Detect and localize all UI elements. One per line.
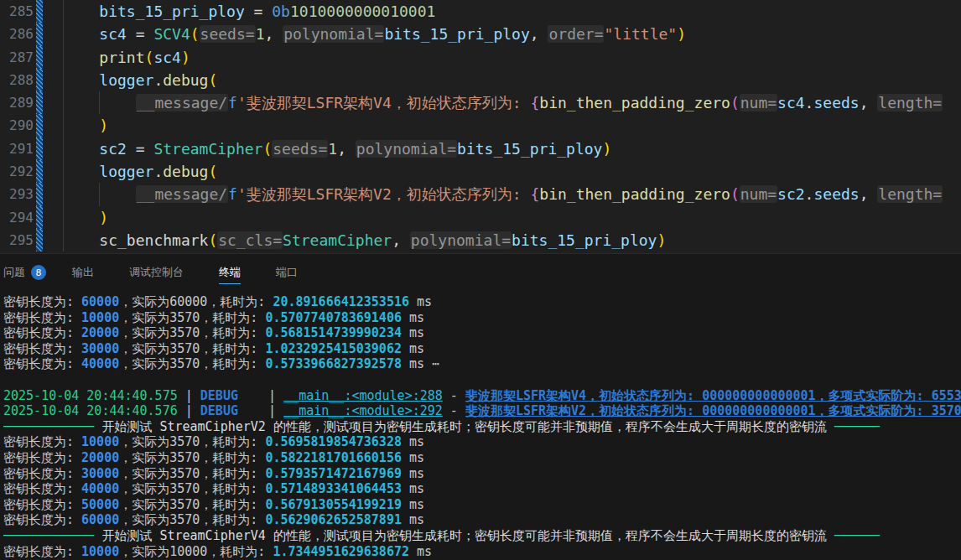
code-token: .	[805, 94, 814, 111]
inlay-hint: num=	[740, 94, 777, 111]
code-token: =	[127, 140, 154, 158]
code-line[interactable]: 293 __message/f'斐波那契LSFR架构V2，初始状态序列为: {b…	[0, 183, 961, 205]
code-token: sc4	[777, 94, 805, 111]
code-token: (	[208, 231, 217, 249]
terminal-line: 2025-10-04 20:44:40.576 | DEBUG | __main…	[3, 403, 961, 419]
line-number[interactable]: 285	[0, 0, 35, 23]
terminal-line: ──────────── 开始测试 StreamCipherV2 的性能，测试项…	[3, 419, 961, 435]
terminal-text: 1.0232925415039062	[265, 341, 402, 356]
code-line[interactable]: 287 print(sc4)	[0, 46, 961, 69]
terminal-text: 1.7344951629638672	[273, 544, 409, 559]
terminal-text: 20000	[81, 450, 119, 465]
line-number[interactable]: 286	[0, 23, 35, 45]
code-line[interactable]: 286 sc4 = SCV4(seeds=1, polynomial=bits_…	[0, 23, 961, 45]
code-token	[63, 231, 99, 249]
panel-tab-label: 问题	[3, 265, 25, 280]
code-line-text: sc2 = StreamCipher(seeds=1, polynomial=b…	[43, 137, 961, 160]
terminal-line: 密钥长度为: 20000，实际为3570，耗时为: 0.568151473999…	[3, 325, 961, 341]
line-number[interactable]: 295	[0, 229, 35, 251]
terminal-text: 密钥长度为:	[3, 294, 81, 309]
code-line[interactable]: 289 __message/f'斐波那契LSFR架构V4，初始状态序列为: {b…	[0, 91, 961, 114]
inlay-hint: seeds=	[272, 140, 328, 158]
code-token: .	[805, 185, 814, 203]
terminal-text: ，实际为3570，耗时为:	[119, 325, 265, 340]
panel-tab-label: 输出	[72, 265, 94, 280]
terminal-text: 0.5733966827392578	[265, 356, 402, 371]
inlay-hint: __message/	[136, 185, 228, 203]
terminal-text: ，实际为3570，耗时为:	[119, 341, 265, 356]
code-line[interactable]: 290 )	[0, 114, 961, 137]
terminal-text: 60000	[81, 512, 119, 527]
terminal-text: 开始测试 StreamCipherV2 的性能，测试项目为密钥生成耗时；密钥长度…	[101, 419, 827, 434]
indent-guide	[63, 137, 64, 160]
line-number[interactable]: 289	[0, 91, 35, 114]
terminal-text: ，实际为3570，耗时为:	[119, 481, 265, 496]
line-number[interactable]: 292	[0, 160, 35, 183]
panel-tab-label: 调试控制台	[129, 265, 184, 280]
code-token	[63, 140, 99, 158]
terminal-text: 开始测试 StreamCipherV4 的性能，测试项目为密钥生成耗时；密钥长度…	[101, 528, 827, 543]
terminal-text: 0.5679130554199219	[265, 497, 402, 512]
code-line[interactable]: 295 sc_benchmark(sc_cls=StreamCipher, po…	[0, 229, 961, 251]
terminal-text: ms	[402, 356, 432, 371]
panel-tab-label: 终端	[219, 265, 241, 280]
terminal-text: |	[178, 388, 200, 403]
code-token: bits_15_pri_ploy	[384, 25, 529, 43]
code-token: f	[228, 94, 237, 111]
git-modified-indicator	[36, 114, 43, 137]
inlay-hint: sc_cls=	[217, 231, 283, 249]
terminal-line: ──────────── 开始测试 StreamCipherV4 的性能，测试项…	[3, 528, 961, 544]
panel-tab-label: 端口	[276, 265, 298, 280]
terminal-text: DEBUG	[200, 403, 238, 418]
indent-guide	[63, 46, 64, 69]
problems-count-badge: 8	[31, 265, 46, 280]
terminal-text: ms	[402, 341, 424, 356]
terminal-text: 40000	[81, 356, 119, 371]
code-line-text: logger.debug(	[43, 69, 961, 91]
code-token: sc2	[777, 185, 805, 203]
code-token: 0b	[272, 3, 290, 20]
panel-tab-terminal[interactable]: 终端	[219, 254, 257, 291]
panel-tab-output[interactable]: 输出	[72, 254, 110, 291]
line-number[interactable]: 293	[0, 183, 35, 205]
terminal-output[interactable]: 密钥长度为: 60000，实际为60000，耗时为: 20.8916664123…	[0, 291, 961, 559]
line-number[interactable]: 291	[0, 137, 35, 160]
code-line[interactable]: 294 )	[0, 206, 961, 229]
code-token	[63, 49, 99, 66]
code-line[interactable]: 291 sc2 = StreamCipher(seeds=1, polynomi…	[0, 137, 961, 160]
code-editor[interactable]: 285 bits_15_pri_ploy = 0b101000000001000…	[0, 0, 961, 253]
code-line[interactable]: 292 logger.debug(	[0, 160, 961, 183]
code-token: )	[677, 25, 686, 43]
terminal-text: __main__:<module>:288	[283, 388, 443, 403]
code-token: .	[153, 163, 163, 180]
terminal-text: ms	[402, 325, 424, 340]
line-number[interactable]: 294	[0, 206, 35, 229]
code-token: ,	[264, 25, 283, 43]
terminal-text: ，实际为3570，耗时为:	[119, 497, 265, 512]
terminal-text: 10000	[81, 544, 119, 559]
terminal-text: ms	[402, 466, 424, 481]
terminal-text: 0.5793571472167969	[265, 466, 402, 481]
terminal-line: 密钥长度为: 30000，实际为3570，耗时为: 0.579357147216…	[3, 466, 961, 482]
terminal-text: ──────	[827, 528, 880, 543]
line-number[interactable]: 287	[0, 46, 35, 69]
terminal-text: ms	[402, 434, 424, 449]
code-line-text: print(sc4)	[43, 46, 961, 69]
panel-tab-debug-console[interactable]: 调试控制台	[129, 254, 200, 291]
inlay-hint: length=	[877, 94, 943, 111]
terminal-text: DEBUG	[200, 388, 238, 403]
inlay-hint: polynomial=	[356, 140, 457, 158]
inlay-hint: __message/	[136, 94, 228, 111]
panel-tab-ports[interactable]: 端口	[276, 254, 314, 291]
line-number[interactable]: 288	[0, 69, 35, 91]
code-line[interactable]: 285 bits_15_pri_ploy = 0b101000000001000…	[0, 0, 961, 23]
git-modified-indicator	[36, 23, 43, 45]
line-number[interactable]: 290	[0, 114, 35, 137]
code-line-text: bits_15_pri_ploy = 0b1010000000010001	[43, 0, 961, 23]
inlay-hint: num=	[740, 185, 777, 203]
code-line[interactable]: 288 logger.debug(	[0, 69, 961, 91]
terminal-line: 密钥长度为: 30000，实际为3570，耗时为: 1.023292541503…	[3, 341, 961, 357]
panel-tab-problems[interactable]: 问题8	[3, 254, 53, 291]
code-token: )	[602, 140, 611, 158]
terminal-text: -	[443, 403, 465, 418]
